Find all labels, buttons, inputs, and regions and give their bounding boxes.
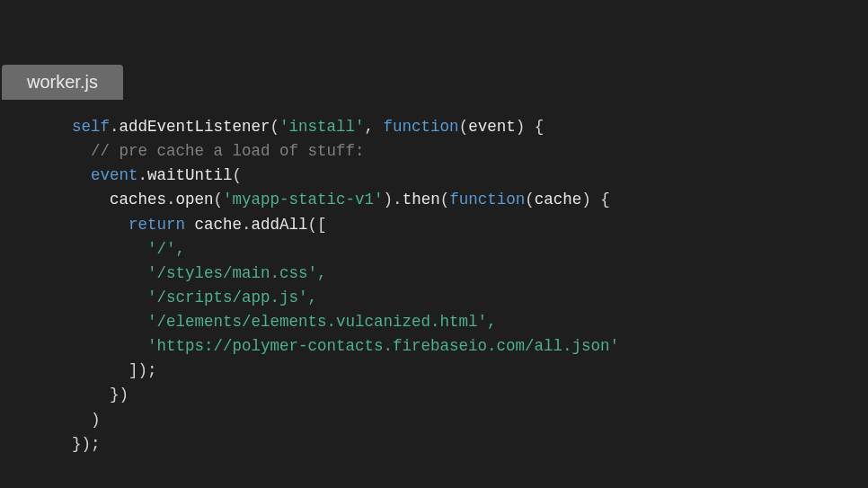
code-token: caches: [110, 191, 166, 209]
code-token: .: [166, 191, 176, 209]
code-token: ,: [365, 118, 384, 136]
code-token: function: [384, 118, 459, 136]
code-token: (: [233, 166, 243, 184]
code-token: cache: [535, 191, 582, 209]
tab-bar: worker.js: [2, 65, 123, 100]
code-string: '/scripts/app.js',: [72, 288, 317, 306]
code-token: ) {: [516, 118, 545, 136]
code-string: '/styles/main.css',: [72, 264, 327, 282]
code-token: event: [91, 166, 138, 184]
code-token: 'install': [279, 118, 365, 136]
code-token: addAll: [252, 216, 308, 234]
code-token: function: [449, 191, 525, 209]
code-string: '/',: [72, 240, 185, 258]
code-token: (: [270, 118, 280, 136]
code-string: '/elements/elements.vulcanized.html',: [72, 313, 497, 331]
code-token: waitUntil: [147, 166, 233, 184]
code-token: [72, 216, 128, 234]
code-token: event: [468, 118, 516, 136]
file-tab[interactable]: worker.js: [2, 65, 123, 100]
code-token: (: [214, 191, 224, 209]
code-token: then: [403, 191, 440, 209]
code-token: 'myapp-static-v1': [223, 191, 384, 209]
code-token: (: [459, 118, 469, 136]
code-editor[interactable]: self.addEventListener('install', functio…: [72, 115, 619, 457]
code-token: .: [110, 118, 120, 136]
code-token: ([: [308, 216, 327, 234]
code-token: }): [72, 386, 128, 404]
code-token: [185, 216, 195, 234]
code-token: open: [176, 191, 214, 209]
code-token: cache: [195, 216, 243, 234]
code-token: return: [128, 216, 185, 234]
code-token: [72, 166, 91, 184]
code-token: (: [525, 191, 535, 209]
code-token: self: [72, 118, 110, 136]
code-token: (: [440, 191, 450, 209]
code-token: addEventListener: [120, 118, 270, 136]
code-string: 'https://polymer-contacts.firebaseio.com…: [72, 337, 619, 355]
code-token: });: [72, 435, 101, 453]
code-token: ).: [384, 191, 403, 209]
tab-filename: worker.js: [27, 72, 98, 92]
code-comment: // pre cache a load of stuff:: [72, 142, 365, 160]
code-token: ): [72, 411, 101, 429]
code-token: ]);: [72, 361, 157, 379]
code-token: .: [138, 166, 148, 184]
code-token: [72, 191, 110, 209]
code-token: ) {: [581, 191, 610, 209]
code-token: .: [242, 216, 252, 234]
